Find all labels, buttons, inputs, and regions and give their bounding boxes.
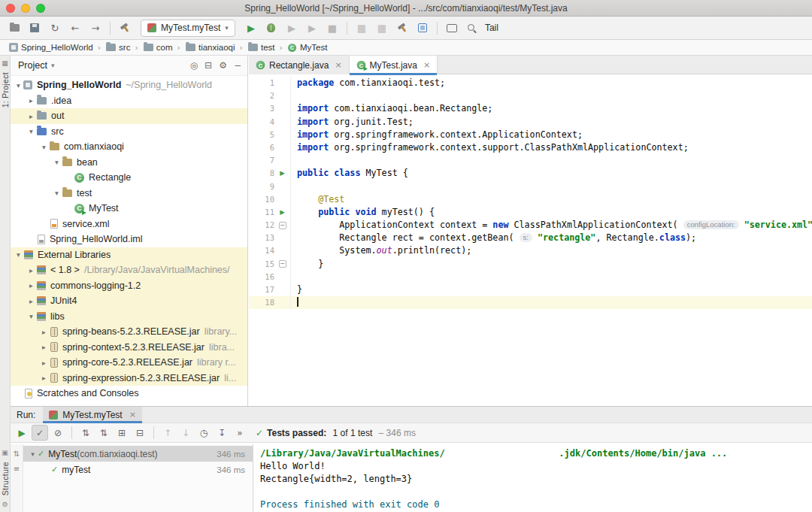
breadcrumb-src[interactable]: src xyxy=(104,43,132,52)
tree-expanded-icon[interactable]: ▾ xyxy=(28,450,38,458)
fold-marker-icon[interactable]: − xyxy=(279,222,286,229)
tree-item-spring-helloworld-iml[interactable]: Spring_HelloWorld.iml xyxy=(11,232,247,247)
tree-collapsed-icon[interactable]: ▸ xyxy=(39,374,49,382)
run-line-icon[interactable]: ▶ xyxy=(280,167,285,180)
hide-panel-icon[interactable]: − xyxy=(234,60,241,71)
tree-item-com-tianxiaoqi[interactable]: ▾com.tianxiaoqi xyxy=(11,139,247,155)
editor-tab-mytest-java[interactable]: MyTest.java× xyxy=(350,56,438,74)
run-side-list-icon[interactable]: ≡ xyxy=(14,465,20,473)
project-tool-button[interactable]: 1: Project xyxy=(1,72,10,108)
tree-expanded-icon[interactable]: ▾ xyxy=(26,312,36,320)
debug-button[interactable] xyxy=(262,19,281,37)
close-icon[interactable]: × xyxy=(129,410,136,420)
tree-item-src[interactable]: ▾src xyxy=(11,124,247,140)
code-line-10[interactable]: 10 @Test xyxy=(249,193,812,206)
project-tool-icon[interactable]: ▦ xyxy=(2,59,8,67)
breadcrumb-test[interactable]: test xyxy=(246,43,277,52)
minimize-window-button[interactable] xyxy=(21,4,30,13)
sort-by-duration-button[interactable]: ⇅ xyxy=(95,425,112,441)
search-everywhere-icon[interactable] xyxy=(462,19,482,37)
run-with-coverage-button[interactable]: ▶ xyxy=(282,19,301,37)
close-window-button[interactable] xyxy=(6,4,15,13)
tree-collapsed-icon[interactable]: ▸ xyxy=(26,266,36,274)
code-line-8[interactable]: 8▶public class MyTest { xyxy=(249,167,812,180)
tree-expanded-icon[interactable]: ▾ xyxy=(14,250,23,259)
code-line-3[interactable]: 3import com.tianxiaoqi.bean.Rectangle; xyxy=(249,102,812,115)
run-tab-mytest[interactable]: MyTest.myTest × xyxy=(43,407,142,423)
select-opened-file-icon[interactable]: ◎ xyxy=(190,60,198,71)
run-line-icon[interactable]: ▶ xyxy=(280,206,285,219)
import-test-results-button[interactable]: ↧ xyxy=(214,425,230,441)
open-icon[interactable] xyxy=(5,19,24,37)
code-line-5[interactable]: 5import org.springframework.context.Appl… xyxy=(249,129,812,141)
code-line-15[interactable]: 15− } xyxy=(249,258,812,271)
breadcrumb-com[interactable]: com xyxy=(141,43,174,52)
tree-item-service-xml[interactable]: service.xml xyxy=(11,217,247,232)
tree-item-spring-beans-5-2-3-release-jar[interactable]: ▸spring-beans-5.2.3.RELEASE.jarlibrary..… xyxy=(11,324,247,340)
forward-icon[interactable]: → xyxy=(86,19,105,37)
close-icon[interactable]: × xyxy=(335,60,341,70)
tree-item-1-8[interactable]: ▸< 1.8 >/Library/Java/JavaVirtualMachine… xyxy=(11,262,247,278)
expand-all-button[interactable]: ⊞ xyxy=(114,425,130,441)
breadcrumb-mytest[interactable]: MyTest xyxy=(286,43,329,53)
tree-collapsed-icon[interactable]: ▸ xyxy=(26,96,36,105)
tree-item-rectangle[interactable]: Rectangle xyxy=(11,170,247,186)
code-line-17[interactable]: 17} xyxy=(249,283,812,296)
previous-failed-test-button[interactable]: ↑ xyxy=(159,425,176,441)
tree-collapsed-icon[interactable]: ▸ xyxy=(39,328,49,336)
tree-collapsed-icon[interactable]: ▸ xyxy=(26,281,36,289)
project-view-selector[interactable]: Project ▾ xyxy=(18,60,54,71)
collapse-all-icon[interactable]: ⊟ xyxy=(205,60,212,71)
sort-alphabetically-button[interactable]: ⇅ xyxy=(77,425,94,441)
gear-icon[interactable]: ⚙ xyxy=(2,501,8,508)
code-line-7[interactable]: 7 xyxy=(249,154,812,167)
zoom-window-button[interactable] xyxy=(36,4,45,13)
code-line-2[interactable]: 2 xyxy=(249,89,812,102)
console[interactable]: /Library/Java/JavaVirtualMachines/ .jdk/… xyxy=(253,444,812,512)
run-button[interactable]: ▶ xyxy=(241,19,261,37)
tree-item-spring-context-5-2-3-release-jar[interactable]: ▸spring-context-5.2.3.RELEASE.jarlibra..… xyxy=(11,340,247,356)
tree-item-libs[interactable]: ▾libs xyxy=(11,309,247,325)
tree-expanded-icon[interactable]: ▾ xyxy=(14,81,23,89)
next-failed-test-button[interactable]: ↓ xyxy=(177,425,194,441)
test-item-mytest[interactable]: ▾✓MyTest (com.tianxiaoqi.test)346 ms xyxy=(23,446,253,462)
breadcrumb-tianxiaoqi[interactable]: tianxiaoqi xyxy=(183,43,237,52)
tree-item-external-libraries[interactable]: ▾External Libraries xyxy=(11,247,247,263)
tree-item-spring-expression-5-2-3-release-jar[interactable]: ▸spring-expression-5.2.3.RELEASE.jarli..… xyxy=(11,371,247,386)
stop-button[interactable]: ■ xyxy=(323,19,342,37)
tree-item-test[interactable]: ▾test xyxy=(11,186,247,201)
test-item-mytest[interactable]: ✓myTest346 ms xyxy=(23,462,253,477)
tree-expanded-icon[interactable]: ▾ xyxy=(26,127,36,135)
code-line-16[interactable]: 16 xyxy=(249,271,812,283)
tree-expanded-icon[interactable]: ▾ xyxy=(39,143,49,151)
tree-item-spring-core-5-2-3-release-jar[interactable]: ▸spring-core-5.2.3.RELEASE.jarlibrary r.… xyxy=(11,355,247,371)
build-project-icon[interactable] xyxy=(115,19,135,37)
editor-tab-rectangle-java[interactable]: Rectangle.java× xyxy=(249,56,350,74)
run-configuration-combo[interactable]: MyTest.myTest▾ xyxy=(141,20,235,37)
collapse-all-button[interactable]: ⊟ xyxy=(132,425,148,441)
tree-collapsed-icon[interactable]: ▸ xyxy=(39,343,49,351)
code-line-4[interactable]: 4import org.junit.Test; xyxy=(249,116,812,129)
tail-label[interactable]: Tail xyxy=(485,23,498,33)
fold-marker-icon[interactable]: − xyxy=(279,260,286,268)
tree-collapsed-icon[interactable]: ▸ xyxy=(39,359,49,367)
more-actions-button[interactable]: » xyxy=(232,425,248,441)
test-history-button[interactable]: ◷ xyxy=(195,425,212,441)
settings-icon[interactable]: ⚙ xyxy=(219,60,227,71)
tree-expanded-icon[interactable]: ▾ xyxy=(52,189,62,197)
code-line-9[interactable]: 9 xyxy=(249,180,812,193)
close-icon[interactable]: × xyxy=(423,60,430,70)
code-line-11[interactable]: 11▶ public void myTest() { xyxy=(249,206,812,219)
show-passed-toggle[interactable]: ✓ xyxy=(32,425,48,441)
code-line-6[interactable]: 6import org.springframework.context.supp… xyxy=(249,141,812,154)
tree-item-spring-helloworld[interactable]: ▾Spring_HelloWorld~/Spring_HelloWorld xyxy=(11,77,247,93)
code-line-13[interactable]: 13 Rectangle rect = context.getBean( s: … xyxy=(249,232,812,244)
tree-item-out[interactable]: ▸out xyxy=(11,108,247,124)
code-editor[interactable]: 1package com.tianxiaoqi.test;23import co… xyxy=(249,74,812,309)
tree-item-mytest[interactable]: MyTest xyxy=(11,201,247,217)
tree-item-idea[interactable]: ▸.idea xyxy=(11,93,247,109)
run-side-sort-icon[interactable]: ⇅ xyxy=(14,450,20,458)
save-all-icon[interactable] xyxy=(25,19,44,37)
wrench-icon[interactable] xyxy=(392,19,412,37)
code-line-18[interactable]: 18 xyxy=(249,296,812,309)
